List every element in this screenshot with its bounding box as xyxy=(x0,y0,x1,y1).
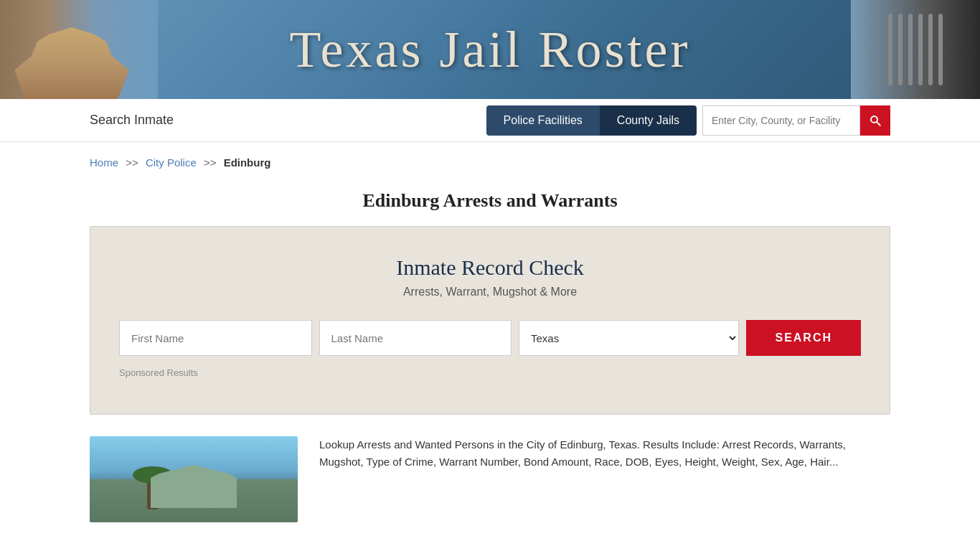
capitol-image xyxy=(0,0,143,99)
jail-bar xyxy=(938,14,943,85)
jail-bar xyxy=(908,14,913,85)
nav-buttons: Police Facilities County Jails xyxy=(486,105,697,136)
jail-bar xyxy=(888,14,892,85)
palm-tree xyxy=(147,474,159,509)
jail-bar xyxy=(918,14,923,85)
nav-search-button[interactable] xyxy=(860,105,890,136)
breadcrumb-city-police[interactable]: City Police xyxy=(146,156,197,169)
record-check-form: AlabamaAlaskaArizonaArkansasCaliforniaCo… xyxy=(119,320,861,356)
last-name-input[interactable] xyxy=(319,320,512,356)
jail-bar xyxy=(898,14,903,85)
bottom-section: Lookup Arrests and Wanted Persons in the… xyxy=(0,436,980,522)
jail-bars-image xyxy=(888,14,943,85)
police-facilities-button[interactable]: Police Facilities xyxy=(486,105,600,136)
nav-search-wrapper xyxy=(702,105,890,136)
record-check-subtitle: Arrests, Warrant, Mugshot & More xyxy=(119,286,861,298)
record-check-box: Inmate Record Check Arrests, Warrant, Mu… xyxy=(90,226,890,415)
record-search-button[interactable]: SEARCH xyxy=(746,320,861,356)
breadcrumb-sep-2: >> xyxy=(204,156,217,169)
breadcrumb-sep-1: >> xyxy=(126,156,138,169)
nav-search-input[interactable] xyxy=(702,105,860,136)
search-inmate-label: Search Inmate xyxy=(90,113,174,128)
breadcrumb-home[interactable]: Home xyxy=(90,156,118,169)
banner-left-image xyxy=(0,0,158,99)
banner-right-image xyxy=(851,0,980,99)
sponsored-results-label: Sponsored Results xyxy=(119,367,861,378)
bottom-description: Lookup Arrests and Wanted Persons in the… xyxy=(319,436,890,471)
county-jails-button[interactable]: County Jails xyxy=(600,105,697,136)
page-title-section: Edinburg Arrests and Warrants xyxy=(0,183,980,226)
breadcrumb: Home >> City Police >> Edinburg xyxy=(0,142,980,183)
breadcrumb-current: Edinburg xyxy=(224,156,271,169)
page-title: Edinburg Arrests and Warrants xyxy=(0,190,980,212)
header-banner: Texas Jail Roster xyxy=(0,0,980,99)
nav-bar: Search Inmate Police Facilities County J… xyxy=(0,99,980,142)
search-icon xyxy=(869,114,882,127)
jail-bar xyxy=(928,14,933,85)
palm-fronds xyxy=(133,466,173,484)
record-check-title: Inmate Record Check xyxy=(119,255,861,280)
svg-line-1 xyxy=(877,121,880,125)
state-select[interactable]: AlabamaAlaskaArizonaArkansasCaliforniaCo… xyxy=(519,320,739,356)
first-name-input[interactable] xyxy=(119,320,312,356)
city-image xyxy=(90,436,298,522)
site-title: Texas Jail Roster xyxy=(290,20,691,80)
